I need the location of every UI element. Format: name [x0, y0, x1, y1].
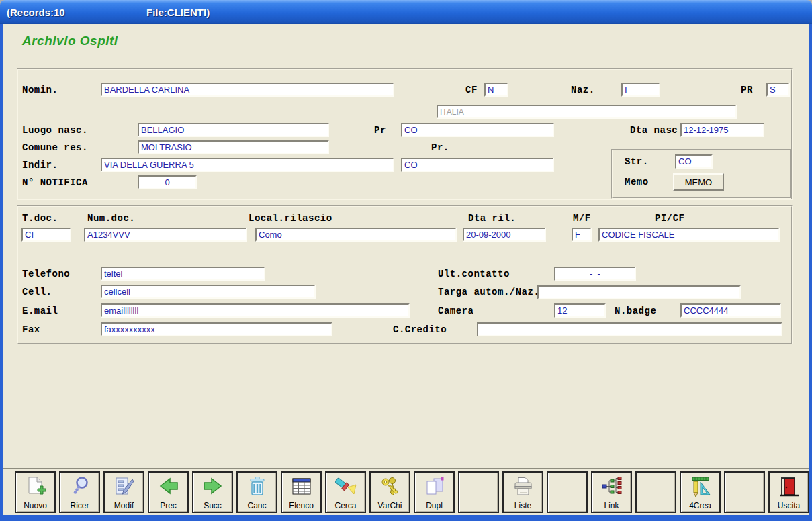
telefono-input[interactable]	[101, 267, 265, 281]
arrow-right-icon	[202, 473, 224, 502]
targa-input[interactable]	[537, 285, 741, 299]
toolbar-button-label: Canc	[247, 502, 266, 510]
luogo-nasc-label: Luogo nasc.	[22, 125, 88, 136]
ult-contatto-input[interactable]	[554, 267, 636, 281]
n-badge-label: N.badge	[615, 305, 656, 316]
arrow-left-icon	[158, 473, 179, 502]
memo-button[interactable]: MEMO	[673, 173, 724, 191]
dta-nasc-input[interactable]	[680, 123, 764, 137]
indir-input[interactable]	[101, 158, 394, 172]
fax-input[interactable]	[101, 322, 332, 336]
toolbar-button-empty-2	[547, 471, 588, 513]
titlebar-records-count: (Records:10	[7, 7, 65, 18]
toolbar-button-cerca[interactable]: Cerca	[325, 471, 366, 513]
toolbar-button-nuovo[interactable]: Nuovo	[15, 471, 56, 513]
toolbar-button-elenco[interactable]: Elenco	[281, 471, 322, 513]
flashlight-icon	[335, 473, 357, 502]
t-doc-label: T.doc.	[22, 213, 58, 224]
c-credito-input[interactable]	[477, 322, 782, 336]
str-label: Str.	[625, 156, 649, 167]
toolbar-button-empty-1	[458, 471, 499, 513]
mf-input[interactable]	[572, 228, 592, 242]
toolbar-button-empty-4	[724, 471, 765, 513]
toolbar-button-link[interactable]: Link	[591, 471, 632, 513]
t-doc-input[interactable]	[21, 228, 71, 242]
indir-label: Indir.	[22, 160, 58, 171]
nazione-input[interactable]	[437, 105, 737, 119]
toolbar-button-label: Uscita	[778, 502, 800, 510]
camera-input[interactable]	[554, 303, 606, 318]
table-icon	[291, 473, 312, 502]
cf-input[interactable]	[484, 83, 508, 97]
local-rilascio-label: Local.rilascio	[249, 213, 332, 224]
app-window: (Records:10 File:CLIENTI) Archivio Ospit…	[0, 0, 812, 521]
toolbar-button-empty-3	[635, 471, 676, 513]
pr-input[interactable]	[766, 83, 790, 97]
n-badge-input[interactable]	[680, 303, 781, 318]
drawing-tools-icon	[690, 473, 711, 502]
memo-label: Memo	[625, 177, 649, 187]
toolbar-button-label: Elenco	[289, 502, 314, 510]
nomin-input[interactable]	[101, 83, 394, 97]
toolbar-button-modif[interactable]: Modif	[103, 471, 144, 513]
targa-label: Targa autom./Naz.	[438, 287, 539, 297]
num-doc-input[interactable]	[84, 228, 247, 242]
toolbar-button-uscita[interactable]: Uscita	[768, 471, 809, 513]
local-rilascio-input[interactable]	[255, 228, 457, 242]
edit-icon	[114, 473, 135, 502]
exit-door-icon	[778, 473, 800, 502]
toolbar-button-4crea[interactable]: 4Crea	[680, 471, 721, 513]
toolbar-button-label: Nuovo	[24, 502, 47, 510]
toolbar-button-label: Liste	[514, 502, 531, 510]
comune-res-input[interactable]	[138, 140, 329, 154]
toolbar-button-label: 4Crea	[689, 502, 711, 510]
search-icon	[70, 473, 90, 502]
dta-nasc-label: Dta nasc.	[630, 125, 684, 136]
toolbar-button-label: Cerca	[334, 502, 356, 510]
cell-label: Cell.	[22, 287, 52, 297]
pr-label: PR	[741, 85, 753, 95]
pi-cf-label: PI/CF	[655, 213, 685, 224]
new-record-icon	[26, 473, 46, 502]
c-credito-label: C.Credito	[393, 324, 447, 335]
toolbar: Nuovo Ricer	[3, 468, 809, 515]
comune-res-label: Comune res.	[22, 142, 88, 153]
toolbar-button-canc[interactable]: Canc	[236, 471, 277, 513]
email-label: E.mail	[22, 305, 58, 316]
pr-res-input[interactable]	[401, 158, 554, 172]
toolbar-button-prec[interactable]: Prec	[148, 471, 189, 513]
window-body: Archivio Ospiti Nomin. CF Naz. PR Luogo …	[0, 24, 812, 521]
toolbar-button-liste[interactable]: Liste	[502, 471, 543, 513]
pr-nasc-label: Pr	[374, 125, 386, 136]
nomin-label: Nomin.	[22, 85, 58, 95]
page-title: Archivio Ospiti	[22, 34, 118, 48]
toolbar-button-succ[interactable]: Succ	[192, 471, 233, 513]
toolbar-button-label: VarChi	[378, 502, 402, 510]
camera-label: Camera	[438, 305, 473, 316]
toolbar-button-dupl[interactable]: Dupl	[414, 471, 455, 513]
mf-label: M/F	[573, 213, 591, 224]
toolbar-button-label: Modif	[114, 502, 134, 510]
cf-label: CF	[465, 85, 478, 95]
toolbar-button-varchi[interactable]: VarChi	[369, 471, 410, 513]
toolbar-button-label: Succ	[204, 502, 222, 510]
email-input[interactable]	[101, 303, 410, 318]
notifica-input[interactable]	[138, 175, 197, 189]
str-input[interactable]	[675, 154, 713, 169]
tree-link-icon	[601, 473, 623, 502]
pr-nasc-input[interactable]	[401, 123, 554, 137]
dta-ril-label: Dta ril.	[468, 213, 516, 224]
pi-cf-input[interactable]	[598, 228, 780, 242]
cell-input[interactable]	[101, 285, 316, 299]
fax-label: Fax	[22, 324, 40, 335]
keys-icon	[379, 473, 401, 502]
toolbar-button-ricer[interactable]: Ricer	[59, 471, 100, 513]
naz-input[interactable]	[621, 83, 660, 97]
pr-res-label: Pr.	[431, 142, 449, 153]
num-doc-label: Num.doc.	[87, 213, 135, 224]
toolbar-button-label: Link	[604, 502, 619, 510]
ult-contatto-label: Ult.contatto	[438, 269, 510, 279]
trash-icon	[247, 473, 267, 502]
dta-ril-input[interactable]	[463, 228, 546, 242]
luogo-nasc-input[interactable]	[138, 123, 329, 137]
